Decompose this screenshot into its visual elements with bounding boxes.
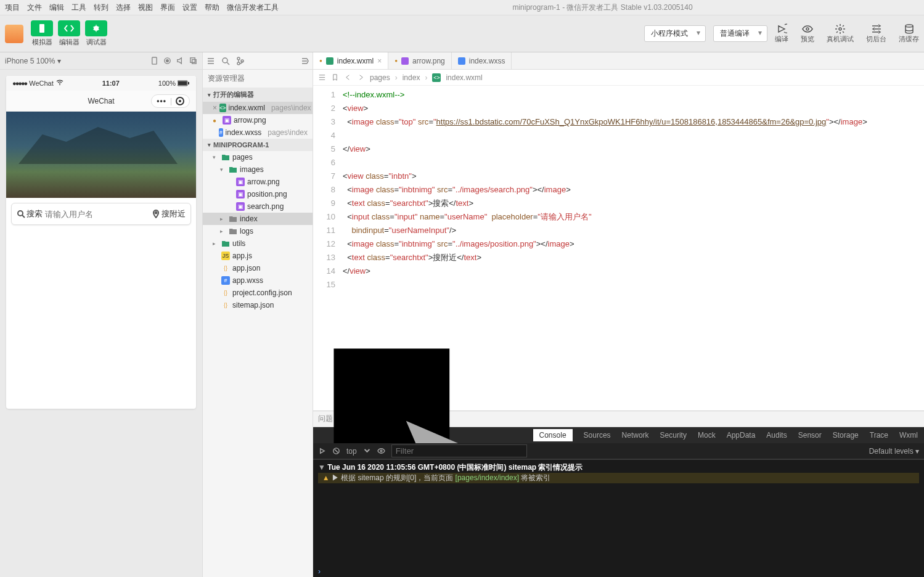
devtools-tab-sensor[interactable]: Sensor <box>798 431 822 440</box>
tree-item[interactable]: #app.wxss <box>203 274 313 287</box>
eye-icon[interactable] <box>377 447 385 455</box>
clear-console-icon[interactable] <box>332 447 340 455</box>
open-editors-header[interactable]: 打开的编辑器 <box>203 88 313 102</box>
tree-item[interactable]: ▸index <box>203 213 313 225</box>
editor-tabs: ●index.wxml× ●arrow.png index.wxss <box>313 52 924 70</box>
svg-point-4 <box>906 25 913 27</box>
tree-item[interactable]: ▸logs <box>203 225 313 237</box>
switch-bg-button[interactable]: 切后台 <box>866 23 886 44</box>
mute-icon[interactable] <box>176 57 184 65</box>
file-explorer: 资源管理器 打开的编辑器 ×<>index.wxmlpages\index ●▣… <box>202 52 313 577</box>
phone-rotate-icon[interactable] <box>150 57 158 65</box>
close-icon[interactable]: × <box>377 57 382 65</box>
clear-cache-button[interactable]: 清缓存 <box>899 23 919 44</box>
svg-point-15 <box>155 212 157 214</box>
menu-help[interactable]: 帮助 <box>205 2 219 13</box>
devtools-tab-storage[interactable]: Storage <box>833 431 859 440</box>
menu-tools[interactable]: 工具 <box>72 2 86 13</box>
console-filter-input[interactable] <box>391 444 527 457</box>
tree-item[interactable]: JSapp.js <box>203 250 313 262</box>
svg-rect-8 <box>190 58 195 62</box>
context-select[interactable]: top <box>346 447 357 456</box>
detach-icon[interactable] <box>189 57 197 65</box>
compile-select[interactable]: 普通编译 <box>713 25 767 42</box>
remote-debug-button[interactable]: 真机调试 <box>827 23 854 44</box>
open-file[interactable]: ●▣arrow.png <box>203 114 313 126</box>
menu-goto[interactable]: 转到 <box>94 2 108 13</box>
devtools-tab-audits[interactable]: Audits <box>766 431 787 440</box>
collapse-icon[interactable] <box>300 57 309 65</box>
warning-icon: ▲ <box>322 473 330 482</box>
compile-button[interactable]: 编译 <box>775 23 788 44</box>
tree-item[interactable]: {}project.config.json <box>203 287 313 299</box>
devtools-tab-appdata[interactable]: AppData <box>727 431 756 440</box>
play-icon[interactable] <box>318 447 326 455</box>
editor-button[interactable]: 编辑器 <box>58 20 80 47</box>
editor-tab[interactable]: ●arrow.png <box>388 52 452 69</box>
devtools-tab-console[interactable]: Console <box>533 429 573 441</box>
menu-edit[interactable]: 编辑 <box>49 2 64 13</box>
editor-breadcrumb: pages› index› <> index.wxml <box>313 70 924 86</box>
preview-search-input[interactable] <box>45 210 149 219</box>
target-icon <box>176 97 184 105</box>
log-levels-select[interactable]: Default levels ▾ <box>869 447 919 456</box>
devtools-tabs: Console Sources Network Security Mock Ap… <box>313 427 924 443</box>
lines-icon[interactable] <box>318 73 326 81</box>
tree-item[interactable]: ▾images <box>203 163 313 176</box>
tree-item[interactable]: ▸utils <box>203 237 313 250</box>
tree-item[interactable]: ▣position.png <box>203 188 313 200</box>
devtools-tab-security[interactable]: Security <box>660 431 687 440</box>
devtools-tab-sources[interactable]: Sources <box>584 431 611 440</box>
forward-icon[interactable] <box>357 73 365 81</box>
debugger-button[interactable]: 调试器 <box>85 20 107 47</box>
branch-icon[interactable] <box>236 57 245 65</box>
phone-icon <box>31 20 53 36</box>
svg-point-17 <box>237 57 240 60</box>
devtools-tab-mock[interactable]: Mock <box>698 431 716 440</box>
tree-item[interactable]: ▣search.png <box>203 200 313 213</box>
bug-icon <box>85 20 107 36</box>
menu-select[interactable]: 选择 <box>116 2 131 13</box>
menu-project[interactable]: 项目 <box>5 2 20 13</box>
tree-item[interactable]: ▾pages <box>203 151 313 163</box>
tree-item[interactable]: {}sitemap.json <box>203 299 313 311</box>
editor-tab[interactable]: ●index.wxml× <box>313 52 388 69</box>
phone-status-bar: ●●●●● WeChat 11:07 100% <box>6 76 196 91</box>
devtools-tab-network[interactable]: Network <box>622 431 649 440</box>
menu-ui[interactable]: 界面 <box>160 2 175 13</box>
app-icon <box>5 25 23 43</box>
menu-view[interactable]: 视图 <box>138 2 153 13</box>
console-output[interactable]: ▼ Tue Jun 16 2020 11:05:56 GMT+0800 (中国标… <box>313 459 924 566</box>
svg-point-16 <box>223 58 227 63</box>
menu-file[interactable]: 文件 <box>27 2 42 13</box>
back-icon[interactable] <box>344 73 352 81</box>
svg-rect-5 <box>152 57 157 64</box>
capsule-button[interactable]: •••| <box>151 94 190 108</box>
phone-nav-bar: WeChat •••| <box>6 91 196 112</box>
wifi-icon <box>56 80 63 87</box>
devtools-tab-trace[interactable]: Trace <box>870 431 888 440</box>
project-header[interactable]: MINIPROGRAM-1 <box>203 139 313 151</box>
phone-preview[interactable]: ●●●●● WeChat 11:07 100% WeChat •••| 搜索 搜… <box>6 76 196 409</box>
menu-devtools[interactable]: 微信开发者工具 <box>227 2 279 13</box>
preview-button[interactable]: 预览 <box>801 23 814 44</box>
list-icon[interactable] <box>206 57 215 65</box>
bookmark-icon[interactable] <box>331 73 339 81</box>
simulator-panel: iPhone 5 100% ▾ ●●●●● WeChat 11:07 100% … <box>0 52 202 577</box>
search-files-icon[interactable] <box>221 57 230 65</box>
tree-item[interactable]: ▣arrow.png <box>203 176 313 188</box>
device-select[interactable]: iPhone 5 100% ▾ <box>5 57 145 65</box>
tree-item[interactable]: {}app.json <box>203 262 313 274</box>
menu-settings[interactable]: 设置 <box>182 2 197 13</box>
open-file[interactable]: #index.wxsspages\index <box>203 126 313 139</box>
devtools-tab-wxml[interactable]: Wxml <box>899 431 918 440</box>
mode-select[interactable]: 小程序模式 <box>644 25 706 42</box>
svg-point-14 <box>18 211 23 216</box>
open-file[interactable]: ×<>index.wxmlpages\index <box>203 102 313 114</box>
record-icon[interactable] <box>163 57 171 65</box>
console-prompt[interactable]: › <box>313 566 924 577</box>
location-icon <box>152 210 160 218</box>
simulator-button[interactable]: 模拟器 <box>31 20 53 47</box>
editor-tab[interactable]: index.wxss <box>452 52 512 69</box>
close-icon[interactable]: × <box>213 104 217 112</box>
